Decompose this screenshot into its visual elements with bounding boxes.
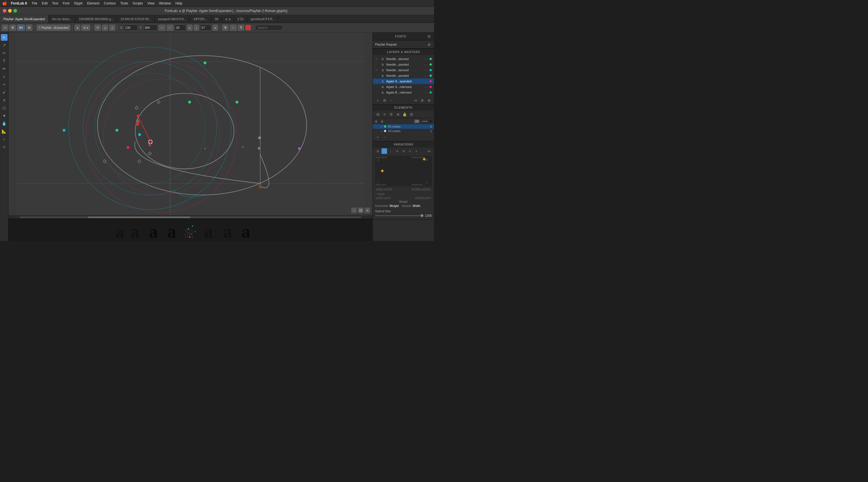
zoom-out-btn[interactable]: -: [351, 207, 357, 213]
element-main[interactable]: a a 26 • • •: [373, 118, 434, 124]
eye-icon-6[interactable]: 👁: [375, 91, 379, 94]
elem-lock-btn[interactable]: 🔒: [402, 111, 407, 117]
canvas-scrollbar[interactable]: [8, 215, 373, 219]
add-font-btn[interactable]: +: [375, 97, 381, 103]
elem-add-btn[interactable]: ⊕: [395, 111, 401, 117]
tab-2[interactable]: 10H388SB 98319606 g...: [75, 15, 117, 23]
var-selected-btn[interactable]: ⊟: [381, 148, 387, 154]
lock2-btn[interactable]: u: [212, 25, 218, 31]
elem-expand-btn[interactable]: ⊞: [409, 111, 414, 117]
transform-tool[interactable]: ✱: [1, 112, 7, 119]
link-xy-btn[interactable]: ↔: [158, 25, 165, 31]
knife-tool[interactable]: ∧: [1, 97, 7, 103]
measure-tool[interactable]: 📐: [1, 128, 7, 135]
brush-tool[interactable]: 🖌: [1, 89, 7, 96]
eyedrop-tool[interactable]: 💧: [1, 120, 7, 127]
elem-settings-btn[interactable]: ⚙: [389, 111, 394, 117]
lock-btn[interactable]: u: [187, 25, 192, 31]
tab-5[interactable]: -DFFDD-...: [189, 15, 212, 23]
layers-btn[interactable]: ⊞: [382, 97, 387, 103]
font-selector-btn[interactable]: F Playfair...iExpanded: [37, 25, 70, 31]
menu-contour[interactable]: Contour: [102, 1, 118, 6]
flip-h-btn[interactable]: ↔: [230, 25, 237, 31]
pen-tool[interactable]: 🖊: [1, 73, 7, 80]
zoom-fit-btn[interactable]: ⊟: [358, 207, 364, 213]
kern-tool[interactable]: AV: [1, 50, 7, 56]
tab-1[interactable]: İzin kız iktias...: [49, 15, 76, 23]
menu-edit[interactable]: Edit: [40, 1, 50, 6]
nodes-btn[interactable]: △: [109, 25, 116, 31]
menu-font[interactable]: Font: [60, 1, 71, 6]
menu-element[interactable]: Element: [85, 1, 102, 6]
shape-tool[interactable]: ○: [1, 136, 7, 142]
var-sort-btn[interactable]: ↕: [388, 148, 394, 154]
font-item-1[interactable]: 👁 a Needle...panded • • •: [373, 62, 434, 67]
view-text-btn[interactable]: AV: [17, 25, 25, 31]
nodes-item-0[interactable]: ○ 45 nodes 0: [373, 124, 434, 129]
eye-icon-1[interactable]: 👁: [375, 63, 379, 66]
menu-text[interactable]: Text: [50, 1, 60, 6]
eye-icon-5[interactable]: 👁: [375, 86, 379, 89]
menu-window[interactable]: Window: [157, 1, 173, 6]
tab-3[interactable]: 19,940,00 678,00 98...: [117, 15, 155, 23]
glyph-a-btn[interactable]: a: [74, 25, 80, 31]
var-reset-btn[interactable]: ↺: [407, 148, 413, 154]
zoom-in-btn[interactable]: +: [365, 207, 370, 213]
align-btn[interactable]: △: [102, 25, 108, 31]
tab-7[interactable]: a: a: [222, 15, 234, 23]
fonts-pin-btn[interactable]: ⊕: [426, 42, 432, 47]
fonts-playfair-btn[interactable]: Playfair Regular: [375, 43, 397, 46]
font-item-0[interactable]: 👁 a Needle...densed • • •: [373, 56, 434, 62]
elem-grid-btn[interactable]: ⊞: [375, 111, 381, 117]
settings-font-btn[interactable]: ⚙: [420, 97, 425, 103]
eye-icon-4[interactable]: 👁: [375, 80, 379, 83]
scroll-thumb[interactable]: [88, 217, 191, 218]
menu-glyph[interactable]: Glyph: [71, 1, 85, 6]
var-settings-btn[interactable]: ⚙: [401, 148, 406, 154]
remove-elem-btn[interactable]: −: [382, 134, 387, 140]
menu-scripts[interactable]: Scripts: [130, 1, 145, 6]
elem-list-btn[interactable]: ≡: [382, 111, 387, 117]
menu-file[interactable]: File: [30, 1, 39, 6]
eye-icon-3[interactable]: 👁: [375, 74, 379, 77]
search-input[interactable]: [255, 25, 283, 30]
tab-6[interactable]: 66: [212, 15, 222, 23]
guide-tool[interactable]: ⊹: [1, 143, 7, 150]
expand-fonts-btn[interactable]: ⇔: [413, 97, 418, 103]
close-button[interactable]: [3, 9, 6, 12]
font-item-3[interactable]: 👁 a Needle...panded • • •: [373, 73, 434, 78]
width-btn[interactable]: ↔: [166, 25, 174, 31]
var-axes-btn[interactable]: ⊞: [375, 148, 381, 154]
erase-tool[interactable]: ◻: [1, 104, 7, 111]
pointer-tool[interactable]: ↖: [1, 34, 7, 41]
fullscreen-button[interactable]: [13, 9, 17, 12]
x-input[interactable]: [124, 25, 138, 31]
var-expand-btn[interactable]: ⇔: [426, 148, 432, 154]
tab-8[interactable]: ĕˇŽn: [234, 15, 248, 23]
slider-thumb[interactable]: [421, 214, 423, 217]
color-btn[interactable]: [245, 25, 251, 30]
scroll-track[interactable]: [20, 217, 361, 218]
tab-9[interactable]: gnmhkxyfi ff fl ff...: [247, 15, 278, 23]
menu-help[interactable]: Help: [173, 1, 185, 6]
tab-0[interactable]: Playfair: Agate SemiExpanded: [0, 15, 49, 23]
y-input[interactable]: [143, 25, 157, 31]
height-input[interactable]: [200, 25, 211, 31]
eye-icon-2[interactable]: 👁: [375, 69, 379, 72]
var-text-btn[interactable]: A: [394, 148, 400, 154]
nodes-item-1[interactable]: ○ 10 nodes 1: [373, 129, 434, 133]
snap-btn[interactable]: ⊙: [94, 25, 101, 31]
view-grid-btn[interactable]: ⊞: [9, 25, 16, 31]
minimize-button[interactable]: [8, 9, 12, 12]
apple-menu[interactable]: 🍎: [2, 1, 7, 6]
view-single-btn[interactable]: ▭: [2, 25, 8, 31]
pencil-tool[interactable]: ✏: [1, 65, 7, 72]
flip-v-btn[interactable]: ⇅: [238, 25, 244, 31]
menu-tools[interactable]: Tools: [118, 1, 130, 6]
add-elem-btn[interactable]: +: [375, 134, 381, 140]
width-input[interactable]: [175, 25, 186, 31]
remove-font-btn[interactable]: −: [389, 97, 394, 103]
view-table-btn[interactable]: M: [26, 25, 32, 31]
fonts-expand-btn[interactable]: ⊞: [426, 33, 432, 39]
copy-font-btn[interactable]: ⊕: [426, 97, 432, 103]
